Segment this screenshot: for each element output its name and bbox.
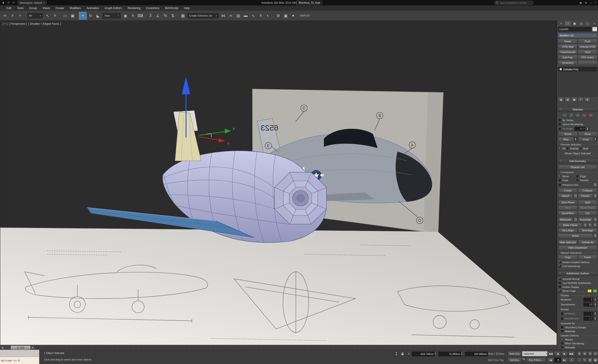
- modifier-button-shell[interactable]: Shell: [578, 49, 597, 54]
- repeat-last-button[interactable]: Repeat Last: [558, 165, 597, 170]
- select-and-move-icon[interactable]: +: [79, 12, 87, 20]
- menu-modifiers[interactable]: Modifiers: [67, 5, 84, 11]
- add-time-tag[interactable]: Add Time Tag: [488, 359, 504, 361]
- modifier-button-empty[interactable]: [578, 60, 597, 65]
- make-unique-icon[interactable]: ▣: [571, 97, 577, 102]
- z-coordinate-field[interactable]: 162.985cm: [465, 352, 488, 356]
- menu-tools[interactable]: Tools: [14, 5, 26, 11]
- play-button[interactable]: ▶: [561, 351, 568, 356]
- modifier-button-ffd-4x4x4[interactable]: FFD 4x4x4: [578, 55, 597, 60]
- detach-settings-icon[interactable]: [593, 194, 597, 198]
- display-smoothness-field[interactable]: 1.0: [583, 303, 593, 307]
- copy-button[interactable]: Copy: [558, 255, 577, 260]
- set-key-icon[interactable]: [522, 357, 526, 362]
- ring-spinner[interactable]: [574, 137, 577, 141]
- border-icon[interactable]: ◇: [575, 113, 581, 118]
- modifier-button-symmetry[interactable]: Symmetry: [558, 60, 577, 65]
- menu-create[interactable]: Create: [53, 5, 67, 11]
- hierarchy-tab-icon[interactable]: ▣: [572, 21, 578, 26]
- preview-off-radio[interactable]: [558, 147, 561, 150]
- relax-button[interactable]: Relax: [558, 234, 593, 238]
- menu-views[interactable]: Views: [40, 5, 53, 11]
- next-frame-icon[interactable]: ▶: [31, 346, 35, 350]
- key-step-back-button[interactable]: |◀: [547, 357, 554, 363]
- ring-button[interactable]: Ring: [558, 137, 574, 142]
- key-mode-dropdown[interactable]: Selected: [522, 351, 549, 356]
- menu-help[interactable]: Help: [181, 5, 192, 11]
- use-pivot-point-icon[interactable]: ◉: [122, 12, 129, 19]
- display-iterations-spinner[interactable]: [594, 298, 597, 302]
- make-planar-x-button[interactable]: X: [583, 223, 587, 227]
- paste-button[interactable]: Paste: [578, 255, 597, 260]
- viewport-menu-shading[interactable]: [ Shaded + Edged Faces ]: [28, 22, 61, 25]
- pan-icon[interactable]: ⇔: [577, 357, 582, 363]
- constraint-edge-radio[interactable]: [576, 175, 579, 178]
- application-menu-icon[interactable]: ◆: [1, 1, 6, 5]
- view-align-button[interactable]: View Align: [558, 228, 577, 233]
- percent-snap-icon[interactable]: %: [162, 12, 169, 19]
- by-angle-field[interactable]: 45.0: [574, 127, 585, 131]
- make-planar-y-button[interactable]: Y: [588, 223, 592, 227]
- constraint-none-radio[interactable]: [558, 175, 561, 178]
- detach-button[interactable]: Detach: [578, 194, 593, 198]
- previous-frame-button[interactable]: ◀: [554, 351, 561, 356]
- menu-maxscript[interactable]: MAXScript: [162, 5, 181, 11]
- render-production-icon[interactable]: ●: [290, 12, 297, 19]
- selection-lock-icon[interactable]: [400, 352, 404, 356]
- use-nurms-checkbox[interactable]: [558, 281, 561, 284]
- update-when-rendering-radio[interactable]: [561, 342, 564, 345]
- angle-snap-icon[interactable]: ∠: [154, 12, 161, 19]
- perspective-viewport[interactable]: [ + ] [ Perspective ] [ Shaded + Edged F…: [0, 21, 557, 345]
- modifier-button-push[interactable]: Push: [578, 39, 597, 44]
- loop-spinner[interactable]: [594, 137, 597, 141]
- render-iterations-spinner[interactable]: [594, 311, 597, 316]
- slice-plane-button[interactable]: Slice Plane: [558, 200, 577, 205]
- align-icon[interactable]: ≍: [227, 12, 234, 19]
- slice-button[interactable]: Slice: [558, 205, 577, 210]
- help-icon[interactable]: ?: [595, 1, 596, 4]
- vertex-icon[interactable]: ∷: [562, 113, 568, 118]
- zoom-extents-all-icon[interactable]: ▤: [588, 357, 593, 363]
- isolate-selection-icon[interactable]: [394, 352, 398, 356]
- select-and-link-icon[interactable]: ∞: [1, 12, 9, 19]
- isoline-display-checkbox[interactable]: [558, 285, 561, 288]
- shrink-button[interactable]: Shrink: [558, 132, 577, 136]
- model-engine-face[interactable]: [274, 172, 326, 224]
- ignore-backfacing-checkbox[interactable]: [558, 122, 561, 126]
- modify-tab-icon[interactable]: ◔: [565, 21, 571, 26]
- collapse-button[interactable]: Collapse: [578, 188, 597, 193]
- modifier-button-noise[interactable]: Noise: [558, 39, 577, 44]
- pin-stack-icon[interactable]: ◉: [558, 97, 564, 102]
- polygon-icon[interactable]: ■: [581, 113, 587, 118]
- render-smoothness-checkbox[interactable]: [561, 317, 564, 320]
- key-step-forward-button[interactable]: ▶|: [561, 357, 568, 363]
- relax-settings-icon[interactable]: [593, 234, 597, 238]
- viewport-canvas[interactable]: 6523 A B C D E: [0, 21, 557, 345]
- time-slider[interactable]: ◀ 0 / 100 ▶: [0, 345, 556, 350]
- menu-animation[interactable]: Animation: [84, 5, 102, 11]
- previous-frame-icon[interactable]: ◀: [0, 346, 4, 350]
- zoom-all-icon[interactable]: ⊞: [582, 351, 587, 356]
- show-end-result-icon[interactable]: ▥: [565, 97, 571, 102]
- zoom-region-icon[interactable]: ⊡: [593, 351, 598, 356]
- zoom-icon[interactable]: ⊕: [577, 351, 582, 356]
- macro-recorder-pane[interactable]: [0, 350, 39, 357]
- select-by-name-icon[interactable]: ≡: [51, 12, 59, 19]
- remove-modifier-icon[interactable]: ×: [578, 97, 584, 102]
- reference-coordinate-system-dropdown[interactable]: View: [103, 13, 121, 18]
- show-cage-checkbox[interactable]: [558, 290, 561, 292]
- menu-graph-editors[interactable]: Graph Editors: [102, 5, 125, 11]
- render-iterations-field[interactable]: 1: [583, 312, 593, 316]
- mirror-icon[interactable]: ⋈: [220, 12, 227, 19]
- y-coordinate-field[interactable]: 71.099cm: [438, 352, 461, 356]
- maxscript-mini-listener[interactable]: Welcome to M: [0, 350, 40, 364]
- menu-customize[interactable]: Customize: [143, 5, 162, 11]
- window-crossing-icon[interactable]: ▣: [69, 12, 76, 19]
- configure-modifier-sets-icon[interactable]: ⚙: [584, 97, 590, 102]
- maximize-viewport-icon[interactable]: ▦: [593, 357, 598, 363]
- modifier-stack[interactable]: Editable Poly: [558, 67, 597, 97]
- attach-settings-icon[interactable]: [574, 194, 577, 198]
- render-setup-icon[interactable]: ⚙: [274, 12, 282, 19]
- workspace-dropdown[interactable]: Workspace: Default: [18, 0, 47, 5]
- cage-color-swatch[interactable]: [588, 289, 592, 292]
